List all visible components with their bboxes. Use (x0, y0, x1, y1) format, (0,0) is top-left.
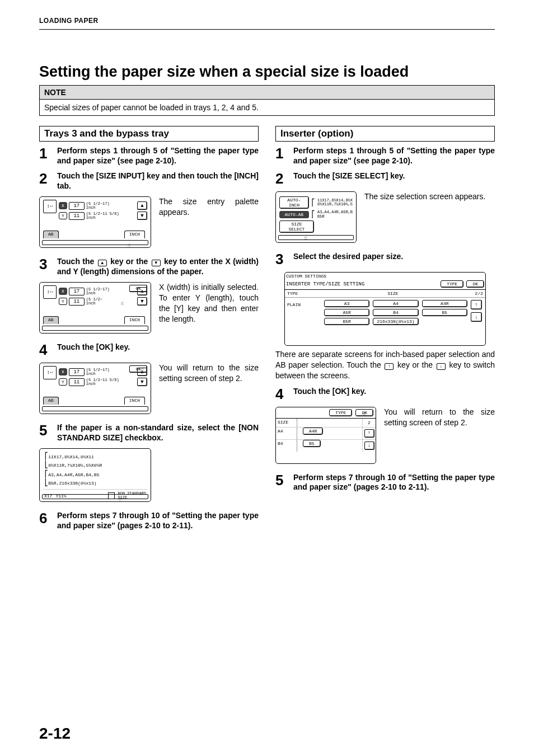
size-option[interactable]: A4R (422, 300, 467, 307)
y-key[interactable]: Y (59, 378, 67, 386)
page-number: 2-12 (39, 725, 71, 743)
y-hint: (5 1/2~11 5/8) inch (86, 212, 119, 220)
axis-icon: ↕↔ (43, 200, 57, 213)
note-label: NOTE (40, 86, 494, 100)
size-palette-screen-1: ↕↔ X 17 (5 1/2~17) inch ▲ Y 1 (39, 196, 151, 248)
page-down-icon[interactable]: ↓ (364, 442, 374, 450)
ok-button[interactable]: OK (129, 285, 147, 292)
return-screen: TYPE OK SIZE 2 A4 A4R ↑ B4 (275, 407, 376, 464)
arrow-down-icon[interactable]: ▼ (137, 212, 147, 220)
axis-icon: ↕↔ (43, 285, 57, 299)
size-option[interactable]: A3 (324, 300, 369, 307)
column-type: TYPE (287, 291, 321, 296)
x-hint: (5 1/2~17) inch (86, 368, 110, 376)
touch-hand-icon: ☝ (363, 411, 366, 417)
step-desc: You will return to the size setting scre… (384, 407, 495, 464)
type-button[interactable]: TYPE (329, 409, 352, 416)
type-plain: PLAIN (287, 300, 321, 325)
page-up-icon[interactable]: ↑ (364, 429, 374, 438)
size-option[interactable]: A4R (303, 428, 323, 435)
size-option[interactable]: B5R (324, 318, 369, 325)
x-value: 17 (69, 288, 85, 295)
y-value: 11 (69, 378, 85, 386)
axis-icon: ↕↔ (43, 366, 57, 379)
y-key[interactable]: Y (59, 298, 67, 305)
right-step-1: 1 Perform steps 1 through 5 of "Setting … (275, 146, 495, 166)
tab-inch[interactable]: INCH (124, 397, 145, 405)
arrow-up-icon[interactable]: ▲ (137, 201, 147, 210)
step-number: 6 (39, 511, 51, 530)
step-text: If the paper is a non-standard size, sel… (57, 423, 259, 443)
x-key[interactable]: X (59, 368, 67, 375)
section-heading-left: Trays 3 and the bypass tray (39, 126, 259, 142)
size-option[interactable]: A5R (324, 309, 369, 316)
type-button[interactable]: TYPE (441, 280, 463, 288)
step-text: Touch the [SIZE INPUT] key and then touc… (57, 171, 259, 191)
touch-hand-icon: ☝ (141, 367, 144, 373)
auto-inch-list: 11X17,8½X14,8½X 8½X11R,7¼X10½,5 (317, 199, 353, 207)
column-size: SIZE (321, 291, 465, 296)
size-palette-screen-3: OK ↕↔ X 17 (5 1/2~17) inch ▲ (39, 363, 151, 414)
bracket-icon: ⎡ (311, 210, 315, 219)
step-number: 4 (39, 342, 51, 357)
step-number: 2 (275, 171, 288, 186)
right-column: Inserter (option) 1 Perform steps 1 thro… (275, 126, 495, 536)
bracket-icon: ⎡ (311, 199, 315, 207)
left-step-5: 5 If the paper is a non-standard size, s… (39, 423, 259, 443)
ok-button[interactable]: OK (466, 280, 484, 288)
tab-inch[interactable]: INCH (124, 316, 145, 324)
tab-inch[interactable]: INCH (124, 231, 145, 238)
auto-inch-button[interactable]: AUTO-INCH (279, 196, 309, 209)
arrow-down-icon[interactable]: ▼ (137, 378, 147, 386)
step-text: Touch the [SIZE SELECT] key. (293, 171, 495, 186)
note-box: NOTE Special sizes of paper cannot be lo… (39, 85, 495, 116)
tray-indicator (42, 326, 148, 331)
auto-select-screen: AUTO-INCH⎡11X17,8½X14,8½X 8½X11R,7¼X10½,… (275, 191, 357, 243)
step-text: Touch the [OK] key. (57, 342, 259, 357)
x-value: 17 (69, 368, 85, 376)
left-step-3: 3 Touch the ▲ key or the ▼ key to enter … (39, 257, 259, 276)
section-heading-right: Inserter (option) (275, 126, 495, 142)
page-up-icon[interactable]: ↑ (471, 300, 482, 309)
x-hint: (5 1/2~17) inch (86, 202, 110, 210)
step-number: 3 (39, 257, 51, 276)
left-column: Trays 3 and the bypass tray 1 Perform st… (39, 126, 259, 536)
size-option[interactable]: B5 (303, 440, 321, 447)
left-step-2: 2 Touch the [SIZE INPUT] key and then to… (39, 171, 259, 191)
ok-button[interactable]: OK (129, 365, 147, 373)
step-desc: The size selection screen appears. (364, 191, 495, 243)
step-text: Perform steps 7 through 10 of "Setting t… (293, 473, 495, 492)
top-rule (39, 29, 495, 30)
y-key[interactable]: Y (59, 212, 67, 219)
arrow-down-icon[interactable]: ▼ (137, 297, 147, 306)
step-desc: The size entry palette appears. (159, 196, 259, 248)
tray-indicator (42, 494, 148, 499)
step-number: 5 (275, 473, 288, 492)
tab-ab[interactable]: AB (43, 397, 59, 405)
size-option[interactable]: B4 (373, 309, 418, 316)
step-text: Perform steps 7 through 10 of "Setting t… (57, 511, 259, 530)
page-down-icon[interactable]: ↓ (471, 312, 482, 322)
column-size: SIZE (276, 419, 297, 427)
auto-ab-list: A3,A4,A4R,A5R,B B5R (317, 210, 353, 219)
left-step-1: 1 Perform steps 1 through 5 of "Setting … (39, 146, 259, 166)
page-down-icon: ↓ (437, 363, 446, 370)
x-key[interactable]: X (59, 202, 67, 209)
size-option[interactable]: 216x330(8½x13) (373, 318, 418, 325)
auto-ab-button[interactable]: AUTO-AB (279, 211, 309, 218)
tab-ab[interactable]: AB (43, 316, 59, 324)
step-number: 2 (39, 171, 51, 191)
touch-hand-icon: ☝ (119, 496, 121, 503)
size-select-button[interactable]: SIZE SELECT (279, 220, 314, 233)
size-cell: A4 (276, 428, 297, 439)
y-value: 11 (69, 298, 85, 306)
right-step-5: 5 Perform steps 7 through 10 of "Setting… (275, 473, 495, 492)
tab-ab[interactable]: AB (43, 231, 59, 238)
step-text: Perform steps 1 through 5 of "Setting th… (57, 146, 259, 166)
step-number: 4 (275, 387, 288, 401)
tray-indicator (278, 235, 354, 240)
inserter-settings-screen: CUSTOM SETTINGS INSERTER TYPE/SIZE SETTI… (284, 272, 486, 346)
size-option[interactable]: B5 (422, 309, 467, 316)
size-option[interactable]: A4 (373, 300, 418, 307)
x-key[interactable]: X (59, 288, 67, 295)
